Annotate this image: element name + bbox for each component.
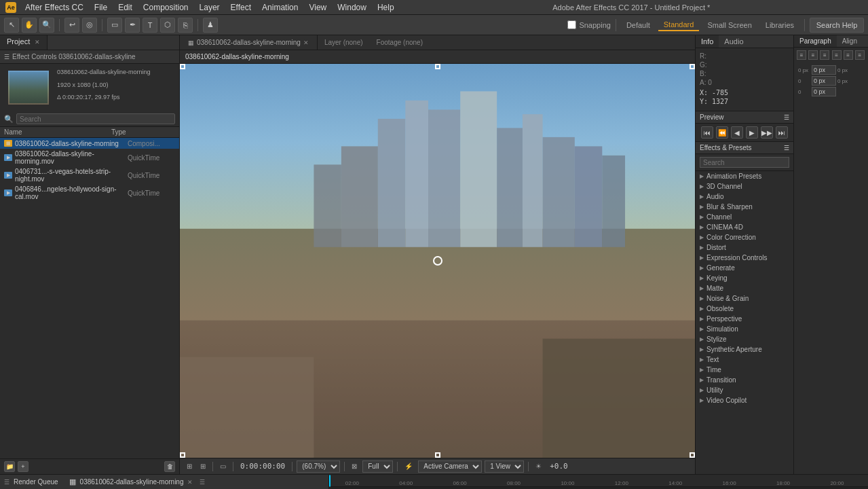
corner-handle-tr[interactable]: [690, 64, 695, 69]
clone-tool-btn[interactable]: ⎘: [178, 18, 193, 33]
tab-project-close[interactable]: ✕: [35, 39, 40, 46]
tab-paragraph[interactable]: Paragraph: [794, 35, 837, 47]
vc-camera-select[interactable]: Active Camera: [418, 460, 482, 473]
project-search-input[interactable]: [16, 113, 175, 124]
select-tool-btn[interactable]: ↖: [4, 18, 19, 33]
effect-cat-simulation[interactable]: ▶ Simulation: [696, 324, 793, 334]
corner-handle-br[interactable]: [690, 452, 695, 458]
effect-cat-keying[interactable]: ▶ Keying: [696, 273, 793, 283]
effect-cat-noise[interactable]: ▶ Noise & Grain: [696, 293, 793, 304]
zoom-tool-btn[interactable]: 🔍: [39, 18, 54, 33]
preview-fwd-btn[interactable]: ▶▶: [761, 126, 773, 139]
preview-header[interactable]: Preview ☰: [696, 111, 793, 124]
vc-exposure-btn[interactable]: ☀: [533, 461, 544, 471]
menu-effect[interactable]: Effect: [226, 1, 256, 14]
vc-quality-select[interactable]: Full: [362, 460, 393, 473]
align-justify2-btn[interactable]: ≡: [844, 50, 853, 60]
menu-layer[interactable]: Layer: [195, 1, 225, 14]
preview-back-btn[interactable]: ◀: [731, 126, 743, 139]
align-justify-btn[interactable]: ≡: [832, 50, 842, 60]
align-right-btn[interactable]: ≡: [820, 50, 829, 60]
snapping-checkbox[interactable]: [567, 20, 576, 29]
file-row-3[interactable]: ▶ 0406846...ngeles-hollywood-sign-cal.mo…: [0, 184, 179, 202]
mode-standard-btn[interactable]: Standard: [658, 19, 700, 31]
effect-cat-distort[interactable]: ▶ Distort: [696, 242, 793, 253]
effect-cat-videocopilot[interactable]: ▶ Video Copilot: [696, 395, 793, 405]
align-left-btn[interactable]: ≡: [797, 50, 806, 60]
delete-btn[interactable]: 🗑: [164, 461, 175, 472]
effect-cat-utility[interactable]: ▶ Utility: [696, 385, 793, 395]
corner-handle-bl[interactable]: [180, 452, 185, 458]
spacing-val-0[interactable]: [812, 65, 836, 75]
tab-project[interactable]: Project ✕: [0, 35, 48, 50]
menu-composition[interactable]: Composition: [138, 1, 193, 14]
preview-prev-btn[interactable]: ⏪: [716, 126, 728, 139]
effect-cat-3d[interactable]: ▶ 3D Channel: [696, 181, 793, 192]
effect-cat-perspective[interactable]: ▶ Perspective: [696, 314, 793, 324]
comp-tab-close[interactable]: ✕: [303, 39, 309, 46]
corner-handle-tl[interactable]: [180, 64, 185, 69]
vc-alpha-btn[interactable]: ⊠: [349, 461, 360, 471]
effect-cat-expression[interactable]: ▶ Expression Controls: [696, 253, 793, 263]
effects-presets-header[interactable]: Effects & Presets ☰: [696, 142, 793, 154]
search-help-btn[interactable]: Search Help: [810, 18, 864, 33]
preview-first-btn[interactable]: ⏮: [701, 126, 713, 139]
effect-cat-generate[interactable]: ▶ Generate: [696, 263, 793, 273]
spacing-val-1[interactable]: [812, 76, 836, 86]
menu-window[interactable]: Window: [333, 1, 371, 14]
effect-cat-audio[interactable]: ▶ Audio: [696, 192, 793, 202]
effect-cat-channel[interactable]: ▶ Channel: [696, 212, 793, 222]
effect-cat-obsolete[interactable]: ▶ Obsolete: [696, 304, 793, 314]
mask-tool-btn[interactable]: ▭: [107, 18, 122, 33]
hand-tool-btn[interactable]: ✋: [22, 18, 37, 33]
effect-cat-text[interactable]: ▶ Text: [696, 355, 793, 365]
tab-audio[interactable]: Audio: [719, 35, 749, 48]
menu-file[interactable]: File: [90, 1, 112, 14]
vc-grid-btn[interactable]: ⊞: [197, 461, 208, 471]
puppet-tool-btn[interactable]: ♟: [203, 18, 218, 33]
effect-cat-synthetic[interactable]: ▶ Synthetic Aperture: [696, 344, 793, 355]
effect-cat-matte[interactable]: ▶ Matte: [696, 283, 793, 293]
vc-views-select[interactable]: 1 View: [485, 460, 524, 473]
preview-last-btn[interactable]: ⏭: [776, 126, 788, 139]
effect-cat-time[interactable]: ▶ Time: [696, 365, 793, 375]
text-tool-btn[interactable]: T: [143, 18, 157, 33]
menu-view[interactable]: View: [304, 1, 331, 14]
vc-region-btn[interactable]: ▭: [217, 461, 229, 471]
menu-help[interactable]: Help: [373, 1, 399, 14]
cam-tool-btn[interactable]: ◎: [82, 18, 97, 33]
align-center-btn[interactable]: ≡: [808, 50, 818, 60]
effect-cat-cinema4d[interactable]: ▶ CINEMA 4D: [696, 222, 793, 232]
effect-cat-animation[interactable]: ▶ Animation Presets: [696, 171, 793, 181]
top-handle[interactable]: [435, 64, 440, 69]
effect-cat-stylize[interactable]: ▶ Stylize: [696, 334, 793, 344]
mode-smallscreen-btn[interactable]: Small Screen: [702, 20, 757, 31]
preview-play-btn[interactable]: ▶: [746, 126, 758, 139]
pen-tool-btn[interactable]: ✒: [125, 18, 140, 33]
file-row-2[interactable]: ▶ 0406731...-s-vegas-hotels-strip-night.…: [0, 166, 179, 184]
file-row-0[interactable]: ▦ 038610062-dallas-skyline-morning Compo…: [0, 138, 179, 149]
tab-comp-main[interactable]: ▦ 038610062-dallas-skyline-morning ✕: [180, 35, 318, 50]
center-handle[interactable]: [433, 256, 442, 266]
timeline-tab-close[interactable]: ✕: [187, 479, 193, 486]
effect-cat-blur[interactable]: ▶ Blur & Sharpen: [696, 202, 793, 212]
paint-tool-btn[interactable]: ⬡: [160, 18, 175, 33]
bottom-handle[interactable]: [435, 452, 440, 458]
tab-align[interactable]: Align: [837, 35, 863, 47]
effect-cat-transition[interactable]: ▶ Transition: [696, 375, 793, 385]
vc-zoom-select[interactable]: (60.7%): [297, 460, 340, 473]
mode-default-btn[interactable]: Default: [621, 20, 656, 31]
tab-info[interactable]: Info: [696, 35, 719, 48]
spacing-val-2[interactable]: [812, 87, 836, 96]
file-row-1[interactable]: ▶ 038610062-dallas-skyline-morning.mov Q…: [0, 149, 179, 166]
rotate-tool-btn[interactable]: ↩: [64, 18, 79, 33]
menu-animation[interactable]: Animation: [257, 1, 303, 14]
align-justify3-btn[interactable]: ≡: [855, 50, 865, 60]
effect-cat-colorcorrect[interactable]: ▶ Color Correction: [696, 232, 793, 242]
vc-snap-btn[interactable]: ⊞: [184, 461, 195, 471]
menu-aftereffects[interactable]: After Effects CC: [20, 1, 88, 14]
new-comp-btn[interactable]: +: [18, 461, 29, 472]
mode-libraries-btn[interactable]: Libraries: [760, 20, 799, 31]
menu-edit[interactable]: Edit: [113, 1, 137, 14]
vc-fast-btn[interactable]: ⚡: [402, 461, 415, 471]
